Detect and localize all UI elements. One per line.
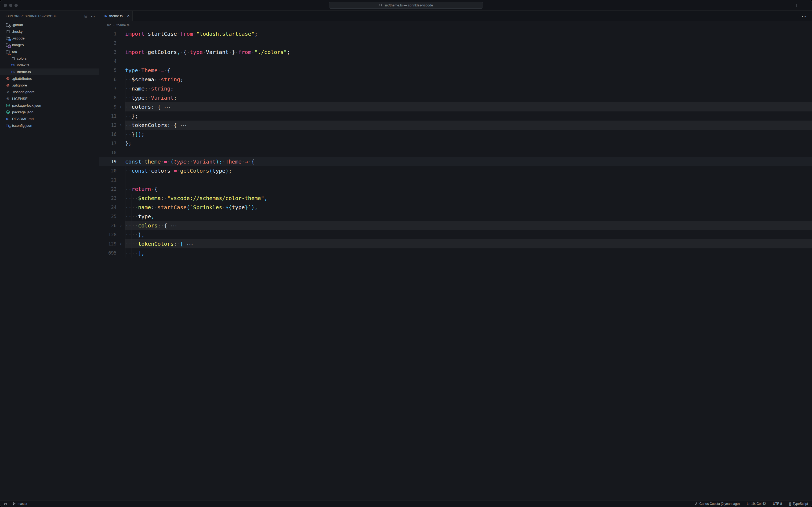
code-line-19[interactable]: 19const·theme·=·(type:·Variant):·Theme·⇒… [99, 157, 406, 166]
line-number: 8 [99, 93, 117, 102]
tree-item--vscodeignore[interactable]: ⊘.vscodeignore [0, 89, 99, 95]
code-line-3[interactable]: 3import·getColors,·{·type·Variant·}·from… [99, 48, 406, 57]
line-content: ····tokenColors:·[··· [125, 239, 193, 248]
tree-item-package-json[interactable]: JSpackage.json [0, 109, 99, 115]
fold-gutter [117, 203, 125, 212]
code-line-9[interactable]: 9›··colors:·{··· [99, 102, 406, 111]
fold-gutter [117, 93, 125, 102]
tree-item--gitattributes[interactable]: .gitattributes [0, 75, 99, 82]
tree-item-label: .vscodeignore [12, 90, 35, 94]
fold-chevron-icon[interactable]: › [117, 221, 125, 230]
tree-item-index-ts[interactable]: TSindex.ts [0, 62, 99, 68]
fold-gutter [117, 29, 125, 39]
line-content: ··const·colors·=·getColors(type); [125, 166, 232, 175]
tree-item-label: .github [12, 23, 23, 27]
markdown-icon: M↓ [6, 117, 10, 121]
tree-item-images[interactable]: images [0, 42, 99, 48]
line-content: ··}[]; [125, 130, 144, 139]
folder-vscode-icon [6, 36, 10, 41]
line-content: ··$schema:·string; [125, 75, 183, 84]
close-icon[interactable]: ✕ [127, 14, 130, 18]
code-line-11[interactable]: 11··}; [99, 111, 406, 121]
folded-region-badge[interactable]: ··· [187, 242, 193, 247]
line-content: ····}, [125, 230, 144, 239]
git-icon [6, 76, 10, 81]
folded-region-badge[interactable]: ··· [180, 123, 187, 128]
line-content: ····], [125, 248, 144, 253]
title-bar: src/theme.ts — sprinkles-vscode ··· [0, 0, 406, 11]
folded-region-badge[interactable]: ··· [171, 224, 177, 229]
line-number: 2 [99, 39, 117, 48]
code-line-25[interactable]: 25····type, [99, 212, 406, 221]
code-line-24[interactable]: 24····name:·startCase(`Sprinkles·${type}… [99, 203, 406, 212]
command-center-search[interactable]: src/theme.ts — sprinkles-vscode [329, 2, 406, 9]
tree-item--vscode[interactable]: .vscode [0, 35, 99, 42]
traffic-light-zoom[interactable] [14, 4, 18, 7]
tab-bar: TS theme.ts ✕ ··· [99, 11, 406, 21]
line-number: 9 [99, 102, 117, 111]
tree-item-colors[interactable]: colors [0, 55, 99, 62]
tree-item-theme-ts[interactable]: TStheme.ts [0, 68, 99, 75]
tree-item-readme-md[interactable]: M↓README.md [0, 115, 99, 122]
traffic-light-minimize[interactable] [9, 4, 12, 7]
line-content: type·Theme·=·{ [125, 66, 171, 75]
code-line-2[interactable]: 2 [99, 39, 406, 48]
ignore-icon: ⊘ [6, 90, 10, 94]
code-line-22[interactable]: 22··return·{ [99, 184, 406, 193]
breadcrumb-item-file[interactable]: theme.ts [117, 23, 129, 27]
code-line-8[interactable]: 8··type:·Variant; [99, 93, 406, 102]
tree-item-license[interactable]: ©LICENSE [0, 95, 99, 102]
tree-item-tsconfig-json[interactable]: TS⚙tsconfig.json [0, 122, 99, 129]
tree-item--husky[interactable]: .husky [0, 28, 99, 35]
code-line-5[interactable]: 5type·Theme·=·{ [99, 66, 406, 75]
fold-chevron-icon[interactable]: › [117, 239, 125, 248]
code-line-1[interactable]: 1import·startCase·from·"lodash.startcase… [99, 29, 406, 39]
line-content: import·startCase·from·"lodash.startcase"… [125, 29, 258, 39]
tsconfig-icon: TS⚙ [6, 123, 10, 128]
code-line-21[interactable]: 21 [99, 175, 406, 184]
tree-item-label: tsconfig.json [12, 123, 32, 127]
code-line-695[interactable]: 695····], [99, 248, 406, 253]
code-line-17[interactable]: 17}; [99, 139, 406, 148]
fold-chevron-icon[interactable]: › [117, 121, 125, 130]
tree-item--gitignore[interactable]: .gitignore [0, 82, 99, 89]
collapse-all-icon[interactable]: ⊟ [84, 14, 88, 18]
fold-gutter [117, 111, 125, 121]
tree-item-label: theme.ts [17, 70, 31, 74]
code-line-4[interactable]: 4 [99, 57, 406, 66]
git-icon [6, 83, 10, 88]
traffic-light-close[interactable] [4, 4, 7, 7]
code-line-12[interactable]: 12›··tokenColors:·{··· [99, 121, 406, 130]
editor-group: TS theme.ts ✕ ··· src › theme.ts 1import… [99, 11, 406, 253]
folded-region-badge[interactable]: ··· [164, 105, 170, 110]
tree-item-label: .gitattributes [12, 76, 32, 80]
code-line-23[interactable]: 23····$schema:·"vscode://schemas/color-t… [99, 193, 406, 203]
code-line-26[interactable]: 26›····colors:·{··· [99, 221, 406, 230]
code-line-7[interactable]: 7··name:·string; [99, 84, 406, 93]
tree-item-src[interactable]: </>src [0, 48, 99, 55]
tab-theme-ts[interactable]: TS theme.ts ✕ [99, 11, 133, 21]
explorer-more-icon[interactable]: ··· [91, 14, 95, 18]
tree-item-label: .gitignore [12, 83, 27, 87]
code-line-20[interactable]: 20··const·colors·=·getColors(type); [99, 166, 406, 175]
code-line-18[interactable]: 18 [99, 148, 406, 157]
fold-gutter [117, 212, 125, 221]
line-number: 129 [99, 239, 117, 248]
breadcrumb-item-src[interactable]: src [107, 23, 111, 27]
chevron-right-icon: › [113, 23, 114, 27]
fold-gutter [117, 166, 125, 175]
fold-gutter [117, 48, 125, 57]
line-number: 128 [99, 230, 117, 239]
tree-item-package-lock-json[interactable]: JSpackage-lock.json [0, 102, 99, 109]
code-area[interactable]: 1import·startCase·from·"lodash.startcase… [99, 29, 406, 253]
line-content: ····name:·startCase(`Sprinkles·${type}`)… [125, 203, 258, 212]
folder-icon [10, 56, 15, 61]
fold-gutter [117, 230, 125, 239]
code-line-16[interactable]: 16··}[]; [99, 130, 406, 139]
tree-item--github[interactable]: .github [0, 21, 99, 28]
code-line-129[interactable]: 129›····tokenColors:·[··· [99, 239, 406, 248]
fold-chevron-icon[interactable]: › [117, 102, 125, 111]
code-line-6[interactable]: 6··$schema:·string; [99, 75, 406, 84]
code-line-128[interactable]: 128····}, [99, 230, 406, 239]
tree-item-label: package-lock.json [12, 103, 41, 107]
